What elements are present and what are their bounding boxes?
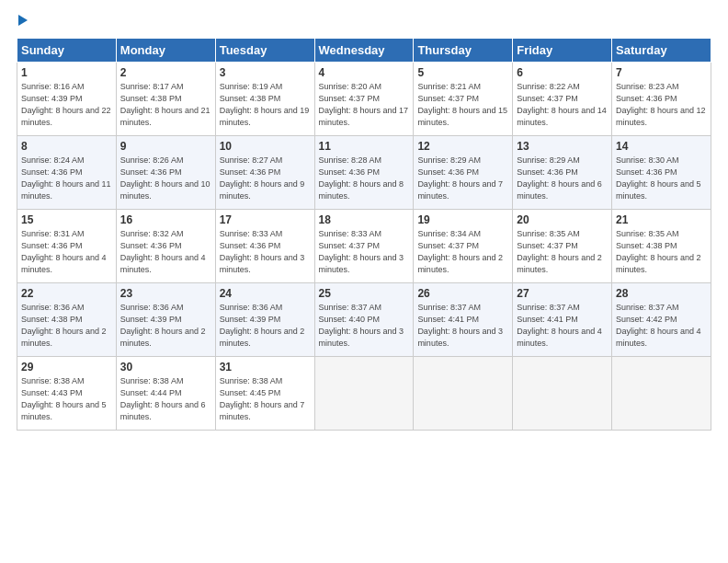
day-number: 9: [120, 140, 211, 153]
calendar-header-row: SundayMondayTuesdayWednesdayThursdayFrid…: [17, 39, 711, 63]
day-number: 6: [517, 66, 608, 79]
calendar-cell-3: 3 Sunrise: 8:19 AMSunset: 4:38 PMDayligh…: [215, 63, 314, 136]
calendar-cell-12: 12 Sunrise: 8:29 AMSunset: 4:36 PMDaylig…: [414, 136, 513, 210]
logo: [17, 15, 28, 29]
day-number: 26: [417, 287, 508, 300]
header: [17, 15, 711, 29]
calendar-cell-15: 15 Sunrise: 8:31 AMSunset: 4:36 PMDaylig…: [17, 210, 117, 283]
day-info: Sunrise: 8:29 AMSunset: 4:36 PMDaylight:…: [417, 155, 503, 201]
calendar-week-5: 29 Sunrise: 8:38 AMSunset: 4:43 PMDaylig…: [17, 357, 711, 431]
calendar-cell-1: 1 Sunrise: 8:16 AMSunset: 4:39 PMDayligh…: [17, 63, 117, 136]
day-number: 20: [517, 213, 608, 226]
day-number: 21: [616, 213, 707, 226]
calendar-table: SundayMondayTuesdayWednesdayThursdayFrid…: [17, 38, 711, 431]
day-number: 24: [220, 287, 311, 300]
day-info: Sunrise: 8:31 AMSunset: 4:36 PMDaylight:…: [21, 229, 107, 274]
calendar-cell-2: 2 Sunrise: 8:17 AMSunset: 4:38 PMDayligh…: [116, 63, 215, 136]
day-info: Sunrise: 8:20 AMSunset: 4:37 PMDaylight:…: [319, 82, 409, 127]
calendar-week-1: 1 Sunrise: 8:16 AMSunset: 4:39 PMDayligh…: [17, 63, 711, 136]
calendar-cell-11: 11 Sunrise: 8:28 AMSunset: 4:36 PMDaylig…: [314, 136, 414, 210]
calendar-cell-6: 6 Sunrise: 8:22 AMSunset: 4:37 PMDayligh…: [513, 63, 612, 136]
day-number: 23: [120, 287, 211, 300]
calendar-cell-19: 19 Sunrise: 8:34 AMSunset: 4:37 PMDaylig…: [414, 210, 513, 283]
calendar-week-4: 22 Sunrise: 8:36 AMSunset: 4:38 PMDaylig…: [17, 283, 711, 357]
day-info: Sunrise: 8:33 AMSunset: 4:37 PMDaylight:…: [319, 229, 404, 274]
day-number: 29: [21, 361, 112, 373]
day-info: Sunrise: 8:21 AMSunset: 4:37 PMDaylight:…: [417, 82, 507, 127]
day-header-friday: Friday: [513, 39, 612, 63]
day-info: Sunrise: 8:36 AMSunset: 4:38 PMDaylight:…: [21, 303, 107, 348]
day-info: Sunrise: 8:38 AMSunset: 4:43 PMDaylight:…: [21, 376, 107, 421]
day-header-saturday: Saturday: [612, 39, 711, 63]
calendar-cell-17: 17 Sunrise: 8:33 AMSunset: 4:36 PMDaylig…: [215, 210, 314, 283]
day-info: Sunrise: 8:34 AMSunset: 4:37 PMDaylight:…: [417, 229, 503, 274]
day-info: Sunrise: 8:36 AMSunset: 4:39 PMDaylight:…: [220, 303, 305, 348]
calendar-cell-7: 7 Sunrise: 8:23 AMSunset: 4:36 PMDayligh…: [612, 63, 711, 136]
day-number: 12: [417, 140, 508, 153]
day-info: Sunrise: 8:37 AMSunset: 4:40 PMDaylight:…: [319, 303, 404, 348]
day-number: 2: [120, 66, 211, 79]
day-info: Sunrise: 8:29 AMSunset: 4:36 PMDaylight:…: [517, 155, 602, 201]
day-info: Sunrise: 8:23 AMSunset: 4:36 PMDaylight:…: [616, 82, 706, 127]
day-info: Sunrise: 8:38 AMSunset: 4:45 PMDaylight:…: [220, 376, 305, 421]
day-number: 7: [616, 66, 707, 79]
day-info: Sunrise: 8:27 AMSunset: 4:36 PMDaylight:…: [220, 155, 305, 201]
day-info: Sunrise: 8:32 AMSunset: 4:36 PMDaylight:…: [120, 229, 206, 274]
day-header-thursday: Thursday: [414, 39, 513, 63]
page: SundayMondayTuesdayWednesdayThursdayFrid…: [0, 0, 728, 563]
calendar-cell-21: 21 Sunrise: 8:35 AMSunset: 4:38 PMDaylig…: [612, 210, 711, 283]
day-info: Sunrise: 8:16 AMSunset: 4:39 PMDaylight:…: [21, 82, 111, 127]
day-number: 19: [417, 213, 508, 226]
calendar-cell-8: 8 Sunrise: 8:24 AMSunset: 4:36 PMDayligh…: [17, 136, 117, 210]
calendar-cell-28: 28 Sunrise: 8:37 AMSunset: 4:42 PMDaylig…: [612, 283, 711, 357]
calendar-cell-31: 31 Sunrise: 8:38 AMSunset: 4:45 PMDaylig…: [215, 357, 314, 431]
calendar-week-2: 8 Sunrise: 8:24 AMSunset: 4:36 PMDayligh…: [17, 136, 711, 210]
calendar-cell-9: 9 Sunrise: 8:26 AMSunset: 4:36 PMDayligh…: [116, 136, 215, 210]
day-number: 15: [21, 213, 112, 226]
day-number: 3: [220, 66, 311, 79]
calendar-cell-27: 27 Sunrise: 8:37 AMSunset: 4:41 PMDaylig…: [513, 283, 612, 357]
day-number: 1: [21, 66, 112, 79]
day-number: 8: [21, 140, 112, 153]
day-info: Sunrise: 8:28 AMSunset: 4:36 PMDaylight:…: [319, 155, 404, 201]
day-number: 5: [417, 66, 508, 79]
day-number: 16: [120, 213, 211, 226]
calendar-cell-29: 29 Sunrise: 8:38 AMSunset: 4:43 PMDaylig…: [17, 357, 117, 431]
calendar-cell-30: 30 Sunrise: 8:38 AMSunset: 4:44 PMDaylig…: [116, 357, 215, 431]
day-number: 11: [319, 140, 410, 153]
day-number: 22: [21, 287, 112, 300]
day-info: Sunrise: 8:24 AMSunset: 4:36 PMDaylight:…: [21, 155, 111, 201]
day-info: Sunrise: 8:35 AMSunset: 4:37 PMDaylight:…: [517, 229, 602, 274]
day-header-wednesday: Wednesday: [314, 39, 414, 63]
calendar-cell-5: 5 Sunrise: 8:21 AMSunset: 4:37 PMDayligh…: [414, 63, 513, 136]
day-info: Sunrise: 8:37 AMSunset: 4:41 PMDaylight:…: [417, 303, 503, 348]
calendar-cell-25: 25 Sunrise: 8:37 AMSunset: 4:40 PMDaylig…: [314, 283, 414, 357]
day-info: Sunrise: 8:30 AMSunset: 4:36 PMDaylight:…: [616, 155, 701, 201]
day-number: 27: [517, 287, 608, 300]
day-number: 28: [616, 287, 707, 300]
day-number: 25: [319, 287, 410, 300]
day-number: 4: [319, 66, 410, 79]
day-number: 14: [616, 140, 707, 153]
calendar-cell-20: 20 Sunrise: 8:35 AMSunset: 4:37 PMDaylig…: [513, 210, 612, 283]
day-header-tuesday: Tuesday: [215, 39, 314, 63]
day-info: Sunrise: 8:33 AMSunset: 4:36 PMDaylight:…: [220, 229, 305, 274]
calendar-week-3: 15 Sunrise: 8:31 AMSunset: 4:36 PMDaylig…: [17, 210, 711, 283]
day-header-monday: Monday: [116, 39, 215, 63]
calendar-cell-16: 16 Sunrise: 8:32 AMSunset: 4:36 PMDaylig…: [116, 210, 215, 283]
calendar-cell-empty: [513, 357, 612, 431]
day-number: 10: [220, 140, 311, 153]
day-number: 30: [120, 361, 211, 373]
calendar-cell-23: 23 Sunrise: 8:36 AMSunset: 4:39 PMDaylig…: [116, 283, 215, 357]
day-info: Sunrise: 8:17 AMSunset: 4:38 PMDaylight:…: [120, 82, 210, 127]
calendar-cell-24: 24 Sunrise: 8:36 AMSunset: 4:39 PMDaylig…: [215, 283, 314, 357]
day-header-sunday: Sunday: [17, 39, 117, 63]
day-info: Sunrise: 8:36 AMSunset: 4:39 PMDaylight:…: [120, 303, 206, 348]
day-info: Sunrise: 8:22 AMSunset: 4:37 PMDaylight:…: [517, 82, 607, 127]
day-info: Sunrise: 8:38 AMSunset: 4:44 PMDaylight:…: [120, 376, 206, 421]
day-number: 31: [220, 361, 311, 373]
calendar-cell-10: 10 Sunrise: 8:27 AMSunset: 4:36 PMDaylig…: [215, 136, 314, 210]
calendar-cell-empty: [314, 357, 414, 431]
calendar-cell-22: 22 Sunrise: 8:36 AMSunset: 4:38 PMDaylig…: [17, 283, 117, 357]
calendar-cell-13: 13 Sunrise: 8:29 AMSunset: 4:36 PMDaylig…: [513, 136, 612, 210]
